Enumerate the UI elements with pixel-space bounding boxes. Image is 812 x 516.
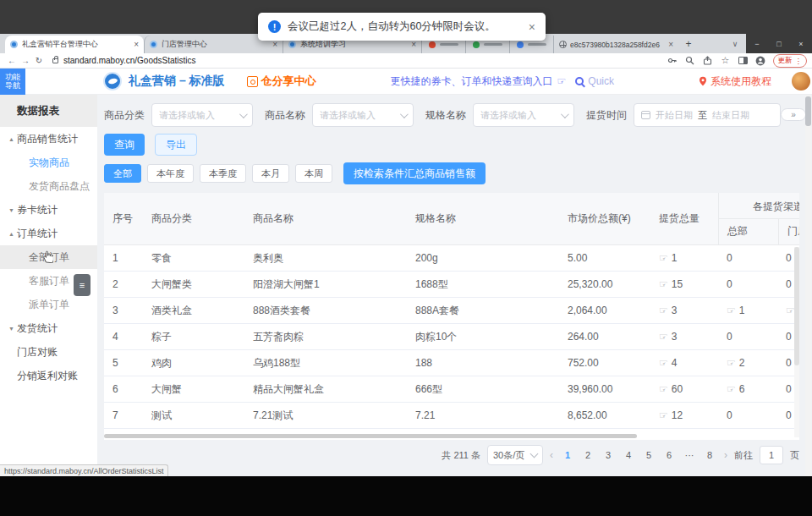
back-icon[interactable]: ← (5, 56, 19, 65)
export-button[interactable]: 导出 (155, 134, 197, 156)
side-panel-icon[interactable] (738, 57, 748, 64)
tab-close-icon[interactable]: × (411, 40, 416, 49)
quick-entry-link[interactable]: 更快捷的券卡、订单和快递查询入口 ☞ Quick (391, 74, 614, 89)
period-tab-本年度[interactable]: 本年度 (147, 164, 194, 183)
minimize-icon[interactable]: − (746, 34, 768, 53)
page-scrollbar[interactable] (805, 95, 811, 476)
period-tab-全部[interactable]: 全部 (104, 164, 141, 183)
query-button[interactable]: 查询 (104, 134, 145, 156)
tab-close-icon[interactable]: × (134, 40, 139, 49)
tab-close-icon[interactable]: × (668, 40, 673, 49)
goto-page-input[interactable] (760, 446, 783, 464)
filter-select-商品名称[interactable]: 请选择或输入 (312, 103, 414, 127)
filter-select-商品分类[interactable]: 请选择或输入 (151, 103, 253, 127)
next-page-icon[interactable]: › (724, 449, 727, 461)
tutorial-label: 系统使用教程 (710, 74, 771, 89)
cell-name: 阳澄湖大闸蟹1 (244, 272, 407, 297)
close-icon[interactable]: × (790, 34, 812, 53)
browser-tab[interactable]: 礼盒营销平台管理中心× (5, 36, 144, 53)
forward-icon[interactable]: → (19, 56, 32, 65)
sidebar-item-发货商品盘点[interactable]: 发货商品盘点 (0, 174, 97, 198)
sidebar-item-label: 实物商品 (29, 156, 69, 170)
cell-no: 3 (104, 298, 143, 323)
page-number-1[interactable]: 1 (560, 450, 575, 460)
action-buttons: 查询 导出 (104, 134, 805, 156)
page-number-5[interactable]: 5 (641, 450, 656, 460)
page-number-8[interactable]: 8 (702, 450, 717, 460)
quick-search-icon (575, 77, 584, 85)
pickup-link-cell[interactable]: ☞1 (718, 298, 777, 323)
period-tab-本季度[interactable]: 本季度 (200, 164, 246, 183)
pickup-link-cell[interactable]: ☞15 (650, 272, 718, 297)
cell-value: 2 (739, 357, 745, 369)
sidebar-item-实物商品[interactable]: 实物商品 (0, 151, 97, 174)
share-center-link[interactable]: 仓分享中心 (247, 74, 316, 89)
tab-close-icon[interactable]: × (272, 40, 277, 49)
pickup-link-cell[interactable]: ☞60 (650, 376, 718, 402)
sidebar-item-订单统计[interactable]: ▲订单统计 (0, 222, 97, 245)
table-horizontal-scrollbar[interactable] (104, 434, 637, 438)
browser-tab[interactable]: e8c573980b1328a258fd2e6× (553, 36, 678, 53)
function-nav-toggle[interactable]: 功能 导航 (0, 69, 25, 95)
sidebar-item-label: 券卡统计 (17, 203, 58, 217)
pickup-link-cell[interactable]: ☞6 (718, 376, 777, 402)
reload-icon[interactable]: ↻ (32, 56, 46, 65)
globe-icon (559, 41, 567, 48)
cell-category: 零食 (143, 245, 244, 271)
cell-name: 五芳斋肉粽 (244, 324, 407, 349)
table-row: 3酒类礼盒888酒类套餐888A套餐2,064.00☞3☞1☞ (104, 298, 799, 324)
pickup-link-cell[interactable]: ☞4 (650, 350, 718, 376)
meeting-notification: ! 会议已超过2人，自动转为60分钟限时会议。 × (258, 13, 546, 41)
cell-no: 7 (104, 403, 143, 428)
table-body: 1零食奥利奥200g5.00☞1002大闸蟹类阳澄湖大闸蟹11688型25,32… (104, 245, 799, 436)
filter-select-规格名称[interactable]: 请选择或输入 (473, 103, 574, 127)
pickup-link-cell[interactable]: ☞3 (650, 298, 718, 323)
key-icon[interactable] (667, 56, 678, 66)
user-avatar[interactable] (792, 72, 810, 91)
tutorial-link[interactable]: 系统使用教程 (699, 74, 771, 89)
pickup-link-cell[interactable]: ☞12 (650, 403, 718, 428)
page-number-3[interactable]: 3 (601, 450, 616, 460)
summary-button[interactable]: 按检索条件汇总商品销售额 (343, 162, 486, 184)
cell-value: 0 (786, 278, 792, 290)
column-group-label: 各提货渠道 (719, 193, 799, 219)
page-number-2[interactable]: 2 (580, 450, 595, 460)
pickup-link-cell[interactable]: ☞1 (650, 245, 718, 271)
page-number-6[interactable]: 6 (661, 450, 677, 460)
prev-page-icon[interactable]: ‹ (550, 449, 553, 461)
zoom-icon[interactable] (685, 56, 695, 66)
share-icon[interactable] (703, 56, 713, 66)
period-tab-本周[interactable]: 本周 (295, 164, 332, 183)
date-range-picker[interactable]: 开始日期至结束日期 (634, 103, 781, 127)
page-number-4[interactable]: 4 (621, 450, 636, 460)
maximize-icon[interactable]: □ (768, 34, 790, 53)
address-bar[interactable]: standard.maboy.cn/GoodsStatistics (52, 55, 667, 67)
browser-update-button[interactable]: 更新 ⋮ (773, 54, 808, 68)
pickup-link-cell[interactable]: ☞2 (718, 350, 777, 376)
cell-name: 乌鸡188型 (244, 350, 407, 376)
sidebar-item-发货统计[interactable]: ▼发货统计 (0, 316, 97, 340)
pickup-link-cell[interactable]: ☞3 (650, 429, 718, 436)
sidebar-item-商品销售统计[interactable]: ▲商品销售统计 (0, 127, 97, 151)
pickup-link-cell[interactable]: ☞3 (650, 324, 718, 349)
tab-search-icon[interactable]: ∨ (724, 34, 746, 53)
app-body: 数据报表 ▲商品销售统计实物商品发货商品盘点▼券卡统计▲订单统计全部订单客服订单… (0, 95, 812, 476)
column-header: 门店 (778, 219, 799, 244)
browser-toolbar: ← → ↻ standard.maboy.cn/GoodsStatistics … (0, 53, 812, 69)
expand-filters-button[interactable]: » (781, 108, 806, 121)
period-tab-本月[interactable]: 本月 (252, 164, 289, 183)
profile-icon[interactable] (755, 56, 765, 66)
sidebar-item-派单订单[interactable]: 派单订单 (0, 293, 97, 316)
page-size-select[interactable]: 30条/页 (487, 445, 543, 465)
notification-close-icon[interactable]: × (529, 20, 535, 34)
table-vertical-scrollbar[interactable] (794, 247, 799, 437)
sidebar-item-分销返利对账[interactable]: 分销返利对账 (0, 364, 97, 387)
cell-amount: 264.00 (559, 324, 650, 349)
sidebar-item-门店对账[interactable]: 门店对账 (0, 340, 97, 364)
sidebar-collapse-handle[interactable]: ≡ (74, 274, 91, 296)
bookmark-star-icon[interactable]: ☆ (721, 56, 731, 66)
browser-window: 礼盒营销平台管理中心×门店管理中心×系统培训学习×e8c573980b1328a… (0, 34, 812, 476)
new-tab-button[interactable]: + (682, 38, 695, 52)
pickup-link-cell[interactable]: ☞2 (718, 429, 777, 436)
sidebar-item-券卡统计[interactable]: ▼券卡统计 (0, 198, 97, 222)
